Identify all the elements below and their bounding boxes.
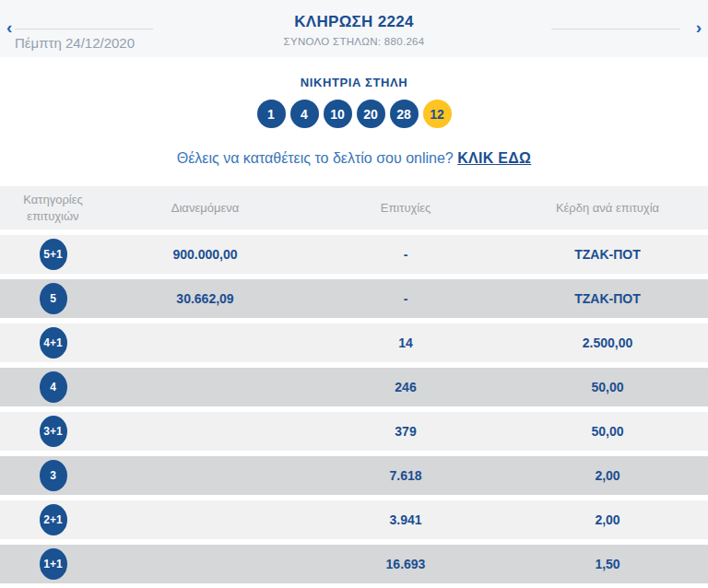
category-badge: 5+1 bbox=[40, 239, 67, 270]
draw-heading: ΚΛΗΡΩΣΗ 2224 ΣΥΝΟΛΟ ΣΤΗΛΩΝ: 880.264 bbox=[0, 13, 708, 47]
table-row: 5+1 900.000,00 - ΤΖΑΚ-ΠΟΤ bbox=[0, 235, 708, 274]
winning-number-ball: 10 bbox=[324, 100, 352, 128]
cta-text: Θέλεις να καταθέτεις το δελτίο σου onlin… bbox=[177, 150, 457, 166]
winning-number-ball: 20 bbox=[357, 100, 385, 128]
cell-prize: 2.500,00 bbox=[507, 335, 708, 350]
cell-prize: 1,50 bbox=[507, 557, 708, 571]
cell-winners: - bbox=[304, 247, 507, 262]
table-row: 2+1 3.941 2,00 bbox=[0, 500, 708, 539]
col-header-winners: Επιτυχίες bbox=[304, 200, 507, 217]
table-header-row: Κατηγορίες επιτυχιών Διανεμόμενα Επιτυχί… bbox=[0, 186, 708, 229]
table-row: 5 30.662,09 - ΤΖΑΚ-ΠΟΤ bbox=[0, 279, 708, 318]
category-badge: 2+1 bbox=[40, 504, 67, 535]
cell-prize: ΤΖΑΚ-ΠΟΤ bbox=[507, 291, 708, 306]
category-badge: 3 bbox=[40, 460, 67, 491]
online-cta: Θέλεις να καταθέτεις το δελτίο σου onlin… bbox=[0, 150, 708, 167]
table-row: 1+1 16.693 1,50 bbox=[0, 545, 708, 583]
table-row: 3 7.618 2,00 bbox=[0, 456, 708, 495]
winning-numbers: 1 4 10 20 28 12 bbox=[0, 100, 708, 128]
cell-prize: 2,00 bbox=[507, 468, 708, 483]
cell-distributed: 30.662,09 bbox=[106, 291, 304, 306]
winning-number-ball: 1 bbox=[257, 100, 286, 128]
results-table: Κατηγορίες επιτυχιών Διανεμόμενα Επιτυχί… bbox=[0, 186, 708, 583]
next-draw-group bbox=[551, 29, 680, 29]
joker-number-ball: 12 bbox=[423, 100, 452, 128]
category-badge: 5 bbox=[40, 283, 67, 314]
table-row: 4 246 50,00 bbox=[0, 368, 708, 406]
cell-winners: 14 bbox=[304, 335, 507, 350]
winning-column-label: ΝΙΚΗΤΡΙΑ ΣΤΗΛΗ bbox=[0, 76, 708, 89]
cell-winners: 16.693 bbox=[304, 557, 507, 571]
cell-winners: - bbox=[304, 291, 507, 306]
winning-number-ball: 4 bbox=[290, 100, 319, 128]
cell-prize: 50,00 bbox=[507, 380, 708, 394]
category-badge: 3+1 bbox=[40, 416, 67, 447]
click-here-link[interactable]: ΚΛΙΚ ΕΔΩ bbox=[457, 150, 531, 166]
cell-winners: 246 bbox=[304, 380, 507, 394]
category-badge: 4 bbox=[40, 371, 67, 403]
cell-winners: 3.941 bbox=[304, 512, 507, 527]
col-header-prize: Κέρδη ανά επιτυχία bbox=[507, 200, 708, 217]
category-badge: 4+1 bbox=[40, 327, 67, 359]
cell-distributed: 900.000,00 bbox=[106, 247, 304, 262]
cell-prize: ΤΖΑΚ-ΠΟΤ bbox=[507, 247, 708, 262]
total-columns: ΣΥΝΟΛΟ ΣΤΗΛΩΝ: 880.264 bbox=[0, 36, 708, 47]
next-draw-icon[interactable]: › bbox=[696, 18, 702, 36]
header-divider-line bbox=[551, 29, 680, 29]
draw-nav-band: ‹ Πέμπτη 24/12/2020 ΚΛΗΡΩΣΗ 2224 ΣΥΝΟΛΟ … bbox=[0, 0, 708, 57]
col-header-distributed: Διανεμόμενα bbox=[106, 200, 304, 217]
col-header-category: Κατηγορίες επιτυχιών bbox=[0, 192, 106, 224]
cell-prize: 2,00 bbox=[507, 512, 708, 527]
table-row: 4+1 14 2.500,00 bbox=[0, 323, 708, 362]
table-row: 3+1 379 50,00 bbox=[0, 412, 708, 451]
cell-winners: 7.618 bbox=[304, 468, 507, 483]
cell-prize: 50,00 bbox=[507, 424, 708, 439]
category-badge: 1+1 bbox=[40, 548, 67, 580]
cell-winners: 379 bbox=[304, 424, 507, 439]
winning-number-ball: 28 bbox=[390, 100, 419, 128]
